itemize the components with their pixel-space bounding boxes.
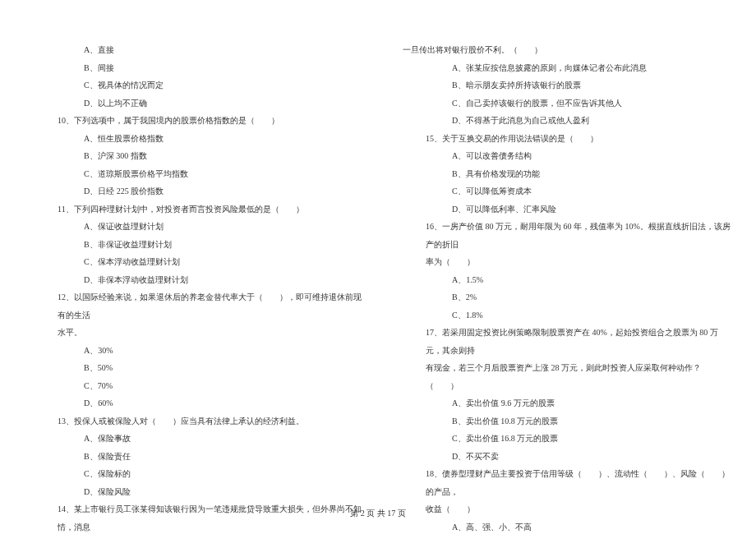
q12-option-a: A、30% xyxy=(23,342,365,360)
q12-option-d: D、60% xyxy=(23,394,365,412)
page-columns: A、直接 B、间接 C、视具体的情况而定 D、以上均不正确 10、下列选项中，属… xyxy=(23,41,733,534)
q18-option-a: A、高、强、小、不高 xyxy=(391,518,733,535)
q17-option-c: C、卖出价值 16.8 万元的股票 xyxy=(391,430,733,448)
q17-option-b: B、卖出价值 10.8 万元的股票 xyxy=(391,412,733,430)
q10-option-a: A、恒生股票价格指数 xyxy=(23,130,365,148)
q10-option-d: D、日经 225 股价指数 xyxy=(23,182,365,200)
q16-stem-line1: 16、一房产价值 80 万元，耐用年限为 60 年，残值率为 10%。根据直线折… xyxy=(391,218,733,253)
q10-stem: 10、下列选项中，属于我国境内的股票价格指数的是（ ） xyxy=(23,112,365,130)
q16-option-a: A、1.5% xyxy=(391,271,733,289)
q11-stem: 11、下列四种理财计划中，对投资者而言投资风险最低的是（ ） xyxy=(23,200,365,219)
q15-option-b: B、具有价格发现的功能 xyxy=(391,165,733,183)
q9-option-c: C、视具体的情况而定 xyxy=(23,76,365,94)
q14-option-b: B、暗示朋友卖掉所持该银行的股票 xyxy=(391,76,733,94)
q12-option-b: B、50% xyxy=(23,359,365,377)
q11-option-b: B、非保证收益理财计划 xyxy=(23,236,365,254)
q10-option-b: B、沪深 300 指数 xyxy=(23,147,365,165)
left-column: A、直接 B、间接 C、视具体的情况而定 D、以上均不正确 10、下列选项中，属… xyxy=(23,41,365,534)
q14-option-a: A、张某应按信息披露的原则，向媒体记者公布此消息 xyxy=(391,59,733,77)
q17-stem-line1: 17、若采用固定投资比例策略限制股票资产在 40%，起始投资组合之股票为 80 … xyxy=(391,324,733,359)
q9-option-b: B、间接 xyxy=(23,59,365,77)
q15-stem: 15、关于互换交易的作用说法错误的是（ ） xyxy=(391,130,733,148)
right-column: 一旦传出将对银行股价不利。（ ） A、张某应按信息披露的原则，向媒体记者公布此消… xyxy=(391,41,733,534)
q17-option-d: D、不买不卖 xyxy=(391,448,733,466)
q9-option-a: A、直接 xyxy=(23,41,365,59)
q14-stem-cont: 一旦传出将对银行股价不利。（ ） xyxy=(391,41,733,59)
page-footer: 第 2 页 共 17 页 xyxy=(0,508,756,519)
q14-option-d: D、不得基于此消息为自己或他人盈利 xyxy=(391,112,733,130)
q11-option-c: C、保本浮动收益理财计划 xyxy=(23,253,365,271)
q13-option-c: C、保险标的 xyxy=(23,465,365,483)
q12-option-c: C、70% xyxy=(23,377,365,395)
q11-option-a: A、保证收益理财计划 xyxy=(23,218,365,236)
q16-stem-line2: 率为（ ） xyxy=(391,253,733,271)
q13-option-b: B、保险责任 xyxy=(23,448,365,466)
q13-stem: 13、投保人或被保险人对（ ）应当具有法律上承认的经济利益。 xyxy=(23,412,365,430)
q13-option-a: A、保险事故 xyxy=(23,430,365,448)
q15-option-d: D、可以降低利率、汇率风险 xyxy=(391,200,733,219)
q16-option-b: B、2% xyxy=(391,288,733,306)
q15-option-a: A、可以改善债务结构 xyxy=(391,147,733,165)
q15-option-c: C、可以降低筹资成本 xyxy=(391,182,733,200)
q17-stem-line2: 有现金，若三个月后股票资产上涨 28 万元，则此时投资人应采取何种动作？（ ） xyxy=(391,359,733,394)
q16-option-c: C、1.8% xyxy=(391,306,733,325)
q17-option-a: A、卖出价值 9.6 万元的股票 xyxy=(391,394,733,412)
q9-option-d: D、以上均不正确 xyxy=(23,94,365,113)
q10-option-c: C、道琼斯股票价格平均指数 xyxy=(23,165,365,183)
q13-option-d: D、保险风险 xyxy=(23,483,365,501)
q18-stem-line1: 18、债券型理财产品主要投资于信用等级（ ）、流动性（ ）、风险（ ）的产品， xyxy=(391,465,733,500)
q11-option-d: D、非保本浮动收益理财计划 xyxy=(23,271,365,289)
q12-stem-line2: 水平。 xyxy=(23,324,365,342)
q12-stem-line1: 12、以国际经验来说，如果退休后的养老金替代率大于（ ），即可维持退休前现有的生… xyxy=(23,288,365,324)
q14-option-c: C、自己卖掉该银行的股票，但不应告诉其他人 xyxy=(391,94,733,113)
